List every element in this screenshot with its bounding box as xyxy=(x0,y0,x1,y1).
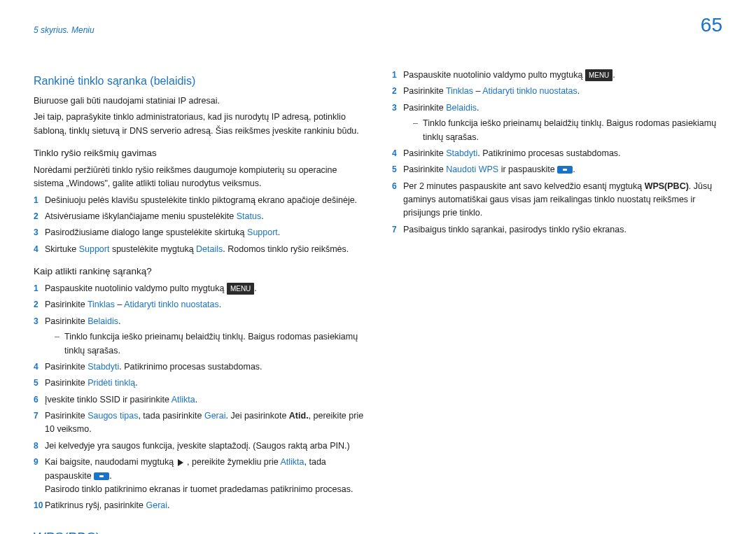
list-item: Jei kelvedyje yra saugos funkcija, įvesk… xyxy=(34,440,364,453)
text: Pasirinkite xyxy=(45,362,88,372)
list-item: Pasibaigus tinklo sąrankai, pasirodys ti… xyxy=(392,223,722,237)
list-item: Pasirinkite Belaidis. Tinklo funkcija ie… xyxy=(34,315,364,358)
text: Per 2 minutes paspauskite ant savo kelve… xyxy=(403,181,645,191)
text: . xyxy=(477,103,479,113)
enter-icon xyxy=(94,472,109,480)
steps-list-manual-setup: Paspauskite nuotolinio valdymo pulto myg… xyxy=(34,282,364,513)
steps-list-get-values: Dešiniuoju pelės klavišu spustelėkite ti… xyxy=(34,194,364,257)
right-column: Paspauskite nuotolinio valdymo pulto myg… xyxy=(392,69,722,534)
text: – xyxy=(115,300,124,309)
list-item: Pasirinkite Tinklas – Atidaryti tinklo n… xyxy=(34,298,364,311)
link-stop: Stabdyti xyxy=(88,362,119,372)
list-item: Kai baigsite, naudodami mygtuką , pereik… xyxy=(34,456,364,496)
link-done: Atlikta xyxy=(172,395,195,405)
link-network: Tinklas xyxy=(88,300,115,309)
text: . Rodomos tinklo ryšio reikšmės. xyxy=(223,244,349,254)
list-item: Paspauskite nuotolinio valdymo pulto myg… xyxy=(34,282,364,295)
text: . xyxy=(118,316,120,326)
text: . Jei pasirinkote xyxy=(226,411,289,421)
text: Pasirinkite xyxy=(45,411,88,421)
text: Pasirodžiusiame dialogo lange spustelėki… xyxy=(45,227,247,237)
text: Pasirinkite xyxy=(45,300,88,309)
text: Paspauskite nuotolinio valdymo pulto myg… xyxy=(45,283,227,293)
text: Patikrinus ryšį, pasirinkite xyxy=(45,500,146,510)
text: – xyxy=(473,86,482,96)
list-item: Paspauskite nuotolinio valdymo pulto myg… xyxy=(392,69,722,82)
bold-text: Atid. xyxy=(289,411,309,421)
text: Pasirinkite xyxy=(403,164,446,174)
text: . xyxy=(135,378,137,388)
text: Pasirinkite xyxy=(45,378,88,388)
text: Pasirinkite xyxy=(403,148,446,158)
list-item: Pasirinkite Pridėti tinklą. xyxy=(34,377,364,390)
text: . Patikrinimo procesas sustabdomas. xyxy=(119,362,262,372)
link-status: Status xyxy=(237,211,261,221)
link-wireless: Belaidis xyxy=(88,316,118,326)
paragraph: Jei taip, paprašykite tinklo administrat… xyxy=(34,111,364,138)
text: . xyxy=(195,395,197,405)
list-item: Pasirinkite Belaidis. Tinklo funkcija ie… xyxy=(392,101,722,144)
text: Įveskite tinklo SSID ir pasirinkite xyxy=(45,395,172,405)
link-stop: Stabdyti xyxy=(446,148,477,158)
list-item: Atsivėrusiame iškylančiajame meniu spust… xyxy=(34,210,364,223)
list-item: Pasirodžiusiame dialogo lange spustelėki… xyxy=(34,226,364,239)
text: ir paspauskite xyxy=(498,164,557,174)
paragraph: Biuruose gali būti naudojami statiniai I… xyxy=(34,94,364,108)
svg-rect-1 xyxy=(99,475,104,477)
link-support: Support xyxy=(247,227,278,237)
list-item: Pasirinkite Stabdyti. Patikrinimo proces… xyxy=(392,147,722,160)
text: . xyxy=(254,283,256,293)
bold-text: WPS(PBC) xyxy=(645,181,689,191)
link-add-network: Pridėti tinklą xyxy=(88,378,135,388)
text: . xyxy=(573,164,575,174)
list-item: Pasirinkite Naudoti WPS ir paspauskite . xyxy=(392,163,722,176)
list-item: Skirtuke Support spustelėkite mygtuką De… xyxy=(34,243,364,256)
text: . xyxy=(109,471,111,481)
link-security-type: Saugos tipas xyxy=(88,411,138,421)
enter-icon xyxy=(557,166,573,174)
link-open-settings: Atidaryti tinklo nuostatas xyxy=(124,300,219,309)
menu-badge-icon: MENU xyxy=(227,283,254,295)
svg-rect-2 xyxy=(563,169,567,171)
text: . xyxy=(578,86,580,96)
text: spustelėkite mygtuką xyxy=(109,244,196,254)
list-item: Patikrinus ryšį, pasirinkite Gerai. xyxy=(34,499,364,512)
text: Pasirinkite xyxy=(45,316,88,326)
text: , pereikite žymekliu prie xyxy=(185,457,281,467)
link-ok: Gerai xyxy=(146,500,168,510)
left-column: Rankinė tinklo sąranka (belaidis) Biuruo… xyxy=(34,69,364,534)
play-icon xyxy=(178,459,183,466)
section-title-wps: WPS(PBC) xyxy=(34,527,364,534)
list-item: Įveskite tinklo SSID ir pasirinkite Atli… xyxy=(34,393,364,407)
sublist-item: Tinklo funkcija ieško prieinamų belaidži… xyxy=(413,117,722,144)
subheading-get-values: Tinklo ryšio reikšmių gavimas xyxy=(34,146,364,161)
list-item: Pasirinkite Stabdyti. Patikrinimo proces… xyxy=(34,360,364,374)
link-use-wps: Naudoti WPS xyxy=(446,164,498,174)
text: . xyxy=(278,227,280,237)
link-network: Tinklas xyxy=(446,86,473,96)
menu-badge-icon: MENU xyxy=(585,69,612,82)
page-content: Rankinė tinklo sąranka (belaidis) Biuruo… xyxy=(0,0,756,534)
text: Kai baigsite, naudodami mygtuką xyxy=(45,457,176,467)
list-item: Per 2 minutes paspauskite ant savo kelve… xyxy=(392,180,722,220)
paragraph: Norėdami peržiūrėti tinklo ryšio reikšme… xyxy=(34,164,364,191)
link-wireless: Belaidis xyxy=(446,103,477,113)
text: Pasirinkite xyxy=(403,103,446,113)
list-item: Dešiniuoju pelės klavišu spustelėkite ti… xyxy=(34,194,364,207)
text: Paspauskite nuotolinio valdymo pulto myg… xyxy=(403,70,585,80)
link-open-settings: Atidaryti tinklo nuostatas xyxy=(482,86,578,96)
text: . xyxy=(219,300,221,309)
text: Pasirinkite xyxy=(403,86,446,96)
link-ok: Gerai xyxy=(204,411,226,421)
link-details: Details xyxy=(196,244,223,254)
list-item: Pasirinkite Saugos tipas, tada pasirinki… xyxy=(34,409,364,437)
sublist-item: Tinklo funkcija ieško prieinamų belaidži… xyxy=(55,330,364,358)
text: . xyxy=(612,70,615,80)
text: , tada pasirinkite xyxy=(138,411,204,421)
link-support: Support xyxy=(79,244,110,254)
text: . xyxy=(261,211,263,221)
link-done: Atlikta xyxy=(280,457,304,467)
text: . Patikrinimo procesas sustabdomas. xyxy=(477,148,620,158)
list-item: Pasirinkite Tinklas – Atidaryti tinklo n… xyxy=(392,85,722,98)
sublist: Tinklo funkcija ieško prieinamų belaidži… xyxy=(45,330,364,358)
